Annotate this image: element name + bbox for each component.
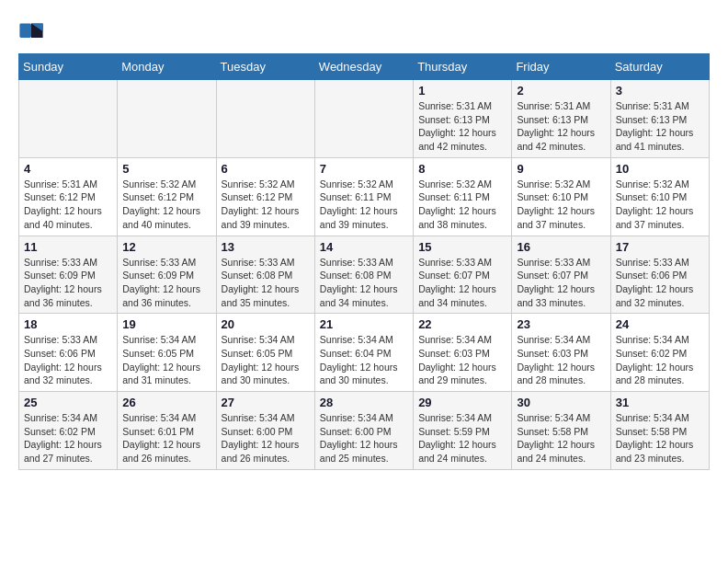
week-row-1: 1Sunrise: 5:31 AM Sunset: 6:13 PM Daylig… xyxy=(19,80,710,158)
cell-content: Sunrise: 5:34 AM Sunset: 6:05 PM Dayligh… xyxy=(122,333,210,387)
header-sunday: Sunday xyxy=(19,54,118,80)
calendar-cell: 11Sunrise: 5:33 AM Sunset: 6:09 PM Dayli… xyxy=(19,236,118,314)
calendar-cell: 25Sunrise: 5:34 AM Sunset: 6:02 PM Dayli… xyxy=(19,392,118,470)
cell-content: Sunrise: 5:34 AM Sunset: 5:59 PM Dayligh… xyxy=(418,411,506,465)
calendar-cell: 4Sunrise: 5:31 AM Sunset: 6:12 PM Daylig… xyxy=(19,157,118,236)
day-number: 10 xyxy=(616,162,704,176)
calendar-cell: 22Sunrise: 5:34 AM Sunset: 6:03 PM Dayli… xyxy=(414,314,512,392)
calendar-cell xyxy=(118,80,216,158)
cell-content: Sunrise: 5:33 AM Sunset: 6:09 PM Dayligh… xyxy=(24,256,112,310)
cell-content: Sunrise: 5:34 AM Sunset: 6:02 PM Dayligh… xyxy=(24,411,112,465)
calendar-cell: 1Sunrise: 5:31 AM Sunset: 6:13 PM Daylig… xyxy=(414,80,512,158)
cell-content: Sunrise: 5:34 AM Sunset: 6:03 PM Dayligh… xyxy=(418,333,506,387)
calendar-cell: 23Sunrise: 5:34 AM Sunset: 6:03 PM Dayli… xyxy=(512,314,610,392)
calendar-cell: 15Sunrise: 5:33 AM Sunset: 6:07 PM Dayli… xyxy=(414,236,512,314)
day-number: 26 xyxy=(122,396,210,409)
day-number: 27 xyxy=(222,396,310,409)
day-number: 16 xyxy=(517,240,605,254)
day-number: 6 xyxy=(222,162,310,176)
cell-content: Sunrise: 5:32 AM Sunset: 6:10 PM Dayligh… xyxy=(517,178,605,232)
day-number: 25 xyxy=(24,396,112,409)
day-number: 21 xyxy=(320,317,408,331)
calendar-cell: 27Sunrise: 5:34 AM Sunset: 6:00 PM Dayli… xyxy=(216,392,314,470)
day-number: 8 xyxy=(418,162,506,176)
cell-content: Sunrise: 5:34 AM Sunset: 6:01 PM Dayligh… xyxy=(122,411,210,465)
cell-content: Sunrise: 5:34 AM Sunset: 6:04 PM Dayligh… xyxy=(320,333,408,387)
header-friday: Friday xyxy=(512,54,610,80)
header-saturday: Saturday xyxy=(610,54,709,80)
day-number: 5 xyxy=(122,162,210,176)
calendar-cell: 26Sunrise: 5:34 AM Sunset: 6:01 PM Dayli… xyxy=(118,392,216,470)
calendar-cell: 21Sunrise: 5:34 AM Sunset: 6:04 PM Dayli… xyxy=(314,314,413,392)
calendar-header-row: SundayMondayTuesdayWednesdayThursdayFrid… xyxy=(19,54,710,80)
week-row-4: 18Sunrise: 5:33 AM Sunset: 6:06 PM Dayli… xyxy=(19,314,710,392)
cell-content: Sunrise: 5:31 AM Sunset: 6:13 PM Dayligh… xyxy=(616,99,704,154)
cell-content: Sunrise: 5:34 AM Sunset: 6:00 PM Dayligh… xyxy=(222,411,310,465)
cell-content: Sunrise: 5:32 AM Sunset: 6:10 PM Dayligh… xyxy=(616,178,704,232)
calendar-cell: 17Sunrise: 5:33 AM Sunset: 6:06 PM Dayli… xyxy=(610,236,709,314)
day-number: 22 xyxy=(418,317,506,331)
day-number: 1 xyxy=(418,84,506,98)
calendar-cell: 8Sunrise: 5:32 AM Sunset: 6:11 PM Daylig… xyxy=(414,157,512,236)
day-number: 17 xyxy=(616,240,704,254)
cell-content: Sunrise: 5:31 AM Sunset: 6:13 PM Dayligh… xyxy=(418,99,506,154)
cell-content: Sunrise: 5:32 AM Sunset: 6:11 PM Dayligh… xyxy=(418,178,506,232)
header-thursday: Thursday xyxy=(414,54,512,80)
calendar-cell: 5Sunrise: 5:32 AM Sunset: 6:12 PM Daylig… xyxy=(118,157,216,236)
header-tuesday: Tuesday xyxy=(216,54,314,80)
cell-content: Sunrise: 5:33 AM Sunset: 6:07 PM Dayligh… xyxy=(418,256,506,310)
day-number: 11 xyxy=(24,240,112,254)
day-number: 3 xyxy=(616,84,704,98)
day-number: 20 xyxy=(222,317,310,331)
calendar-cell: 14Sunrise: 5:33 AM Sunset: 6:08 PM Dayli… xyxy=(314,236,413,314)
day-number: 14 xyxy=(320,240,408,254)
cell-content: Sunrise: 5:34 AM Sunset: 6:02 PM Dayligh… xyxy=(616,333,704,387)
week-row-2: 4Sunrise: 5:31 AM Sunset: 6:12 PM Daylig… xyxy=(19,157,710,236)
cell-content: Sunrise: 5:33 AM Sunset: 6:09 PM Dayligh… xyxy=(122,256,210,310)
day-number: 18 xyxy=(24,317,112,331)
header-wednesday: Wednesday xyxy=(314,54,413,80)
day-number: 31 xyxy=(616,396,704,409)
calendar-cell: 3Sunrise: 5:31 AM Sunset: 6:13 PM Daylig… xyxy=(610,80,709,158)
day-number: 9 xyxy=(517,162,605,176)
cell-content: Sunrise: 5:33 AM Sunset: 6:06 PM Dayligh… xyxy=(24,333,112,387)
calendar-cell: 13Sunrise: 5:33 AM Sunset: 6:08 PM Dayli… xyxy=(216,236,314,314)
calendar-cell: 31Sunrise: 5:34 AM Sunset: 5:58 PM Dayli… xyxy=(610,392,709,470)
calendar-cell: 19Sunrise: 5:34 AM Sunset: 6:05 PM Dayli… xyxy=(118,314,216,392)
calendar-cell xyxy=(19,80,118,158)
calendar-cell: 12Sunrise: 5:33 AM Sunset: 6:09 PM Dayli… xyxy=(118,236,216,314)
calendar-cell: 24Sunrise: 5:34 AM Sunset: 6:02 PM Dayli… xyxy=(610,314,709,392)
day-number: 30 xyxy=(517,396,605,409)
day-number: 4 xyxy=(24,162,112,176)
day-number: 15 xyxy=(418,240,506,254)
calendar-cell: 20Sunrise: 5:34 AM Sunset: 6:05 PM Dayli… xyxy=(216,314,314,392)
cell-content: Sunrise: 5:34 AM Sunset: 6:00 PM Dayligh… xyxy=(320,411,408,465)
calendar-cell xyxy=(314,80,413,158)
day-number: 12 xyxy=(122,240,210,254)
cell-content: Sunrise: 5:31 AM Sunset: 6:13 PM Dayligh… xyxy=(517,99,605,154)
cell-content: Sunrise: 5:34 AM Sunset: 5:58 PM Dayligh… xyxy=(616,411,704,465)
cell-content: Sunrise: 5:33 AM Sunset: 6:06 PM Dayligh… xyxy=(616,256,704,310)
week-row-5: 25Sunrise: 5:34 AM Sunset: 6:02 PM Dayli… xyxy=(19,392,710,470)
calendar-cell: 28Sunrise: 5:34 AM Sunset: 6:00 PM Dayli… xyxy=(314,392,413,470)
calendar-cell: 29Sunrise: 5:34 AM Sunset: 5:59 PM Dayli… xyxy=(414,392,512,470)
day-number: 19 xyxy=(122,317,210,331)
week-row-3: 11Sunrise: 5:33 AM Sunset: 6:09 PM Dayli… xyxy=(19,236,710,314)
logo xyxy=(18,18,50,44)
calendar-cell: 10Sunrise: 5:32 AM Sunset: 6:10 PM Dayli… xyxy=(610,157,709,236)
day-number: 29 xyxy=(418,396,506,409)
calendar-cell: 6Sunrise: 5:32 AM Sunset: 6:12 PM Daylig… xyxy=(216,157,314,236)
calendar-cell: 16Sunrise: 5:33 AM Sunset: 6:07 PM Dayli… xyxy=(512,236,610,314)
cell-content: Sunrise: 5:33 AM Sunset: 6:08 PM Dayligh… xyxy=(320,256,408,310)
cell-content: Sunrise: 5:32 AM Sunset: 6:11 PM Dayligh… xyxy=(320,178,408,232)
calendar-cell: 7Sunrise: 5:32 AM Sunset: 6:11 PM Daylig… xyxy=(314,157,413,236)
day-number: 23 xyxy=(517,317,605,331)
cell-content: Sunrise: 5:34 AM Sunset: 6:03 PM Dayligh… xyxy=(517,333,605,387)
calendar-cell: 30Sunrise: 5:34 AM Sunset: 5:58 PM Dayli… xyxy=(512,392,610,470)
cell-content: Sunrise: 5:33 AM Sunset: 6:07 PM Dayligh… xyxy=(517,256,605,310)
logo-icon xyxy=(18,18,44,44)
calendar-cell: 2Sunrise: 5:31 AM Sunset: 6:13 PM Daylig… xyxy=(512,80,610,158)
cell-content: Sunrise: 5:32 AM Sunset: 6:12 PM Dayligh… xyxy=(122,178,210,232)
cell-content: Sunrise: 5:33 AM Sunset: 6:08 PM Dayligh… xyxy=(222,256,310,310)
calendar-cell xyxy=(216,80,314,158)
